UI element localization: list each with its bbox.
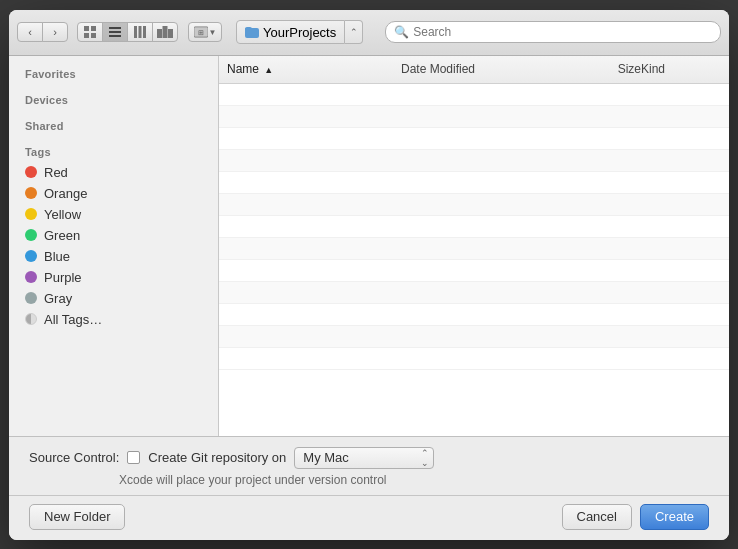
svg-rect-12 — [168, 29, 173, 38]
blue-dot — [25, 250, 37, 262]
back-button[interactable]: ‹ — [17, 22, 43, 42]
svg-rect-8 — [139, 26, 142, 38]
sidebar-favorites-header: Favorites — [9, 64, 218, 84]
sidebar-item-gray[interactable]: Gray — [9, 288, 218, 309]
table-row — [219, 84, 729, 106]
back-icon: ‹ — [28, 26, 32, 38]
svg-rect-4 — [109, 27, 121, 29]
sidebar-item-label-yellow: Yellow — [44, 207, 81, 222]
column-size[interactable]: Size — [561, 62, 641, 76]
forward-button[interactable]: › — [42, 22, 68, 42]
file-list: Name ▲ Date Modified Size Kind — [219, 56, 729, 436]
share-chevron: ▼ — [209, 28, 217, 37]
table-row — [219, 172, 729, 194]
search-bar[interactable]: 🔍 — [385, 21, 721, 43]
list-view-button[interactable] — [102, 22, 128, 42]
table-row — [219, 150, 729, 172]
sidebar-item-red[interactable]: Red — [9, 162, 218, 183]
location-folder[interactable]: YourProjects — [236, 20, 345, 44]
share-icon: ⊞ — [194, 26, 208, 38]
svg-rect-11 — [163, 26, 168, 38]
main-content: Favorites Devices Shared Tags Red Orange… — [9, 56, 729, 436]
sidebar: Favorites Devices Shared Tags Red Orange… — [9, 56, 219, 436]
orange-dot — [25, 187, 37, 199]
gray-dot — [25, 292, 37, 304]
red-dot — [25, 166, 37, 178]
list-view-icon — [109, 26, 121, 38]
yellow-dot — [25, 208, 37, 220]
sidebar-item-orange[interactable]: Orange — [9, 183, 218, 204]
source-control-row: Source Control: Create Git repository on… — [29, 447, 709, 469]
table-row — [219, 238, 729, 260]
mac-dropdown[interactable]: My Mac ⌃⌄ — [294, 447, 434, 469]
purple-dot — [25, 271, 37, 283]
finder-window: ‹ › — [9, 10, 729, 540]
sidebar-shared-header: Shared — [9, 116, 218, 136]
cover-flow-icon — [157, 26, 173, 38]
table-row — [219, 216, 729, 238]
table-row — [219, 326, 729, 348]
file-rows — [219, 84, 729, 436]
new-folder-button[interactable]: New Folder — [29, 504, 125, 530]
svg-rect-2 — [84, 33, 89, 38]
location-bar: YourProjects ⌃ — [236, 20, 363, 44]
svg-rect-9 — [143, 26, 146, 38]
git-text: Create Git repository on — [148, 450, 286, 465]
sidebar-item-blue[interactable]: Blue — [9, 246, 218, 267]
sidebar-item-yellow[interactable]: Yellow — [9, 204, 218, 225]
forward-icon: › — [53, 26, 57, 38]
location-label: YourProjects — [263, 25, 336, 40]
sidebar-item-label-orange: Orange — [44, 186, 87, 201]
action-bar: New Folder Cancel Create — [9, 495, 729, 540]
svg-rect-10 — [157, 29, 162, 38]
column-name[interactable]: Name ▲ — [227, 62, 401, 76]
sidebar-item-green[interactable]: Green — [9, 225, 218, 246]
table-row — [219, 128, 729, 150]
right-buttons: Cancel Create — [562, 504, 710, 530]
view-buttons: ⊞ ▼ — [78, 22, 222, 42]
icon-view-icon — [84, 26, 96, 38]
sidebar-item-label-purple: Purple — [44, 270, 82, 285]
search-input[interactable] — [413, 25, 712, 39]
svg-rect-0 — [84, 26, 89, 31]
green-dot — [25, 229, 37, 241]
file-list-header: Name ▲ Date Modified Size Kind — [219, 56, 729, 84]
view-mode-group — [78, 22, 178, 42]
svg-text:⊞: ⊞ — [198, 29, 204, 36]
table-row — [219, 106, 729, 128]
svg-rect-6 — [109, 35, 121, 37]
share-button[interactable]: ⊞ ▼ — [188, 22, 222, 42]
cancel-button[interactable]: Cancel — [562, 504, 632, 530]
hint-text: Xcode will place your project under vers… — [29, 473, 709, 487]
svg-rect-3 — [91, 33, 96, 38]
search-icon: 🔍 — [394, 25, 409, 39]
folder-icon — [245, 27, 259, 38]
table-row — [219, 304, 729, 326]
git-checkbox[interactable] — [127, 451, 140, 464]
icon-view-button[interactable] — [77, 22, 103, 42]
bottom-panel: Source Control: Create Git repository on… — [9, 436, 729, 495]
column-view-icon — [134, 26, 146, 38]
table-row — [219, 194, 729, 216]
chevron-icon: ⌃ — [350, 27, 358, 37]
column-view-button[interactable] — [127, 22, 153, 42]
svg-rect-5 — [109, 31, 121, 33]
table-row — [219, 282, 729, 304]
column-date-modified[interactable]: Date Modified — [401, 62, 561, 76]
cover-flow-button[interactable] — [152, 22, 178, 42]
sidebar-item-label-all-tags: All Tags… — [44, 312, 102, 327]
svg-rect-1 — [91, 26, 96, 31]
titlebar: ‹ › — [9, 10, 729, 56]
sidebar-item-label-red: Red — [44, 165, 68, 180]
sidebar-devices-header: Devices — [9, 90, 218, 110]
sort-arrow: ▲ — [264, 65, 273, 75]
sidebar-item-all-tags[interactable]: All Tags… — [9, 309, 218, 330]
sidebar-item-label-green: Green — [44, 228, 80, 243]
sidebar-item-purple[interactable]: Purple — [9, 267, 218, 288]
create-button[interactable]: Create — [640, 504, 709, 530]
table-row — [219, 260, 729, 282]
dropdown-arrow-icon: ⌃⌄ — [421, 448, 429, 468]
location-chevron[interactable]: ⌃ — [345, 20, 363, 44]
column-kind[interactable]: Kind — [641, 62, 721, 76]
svg-rect-7 — [134, 26, 137, 38]
